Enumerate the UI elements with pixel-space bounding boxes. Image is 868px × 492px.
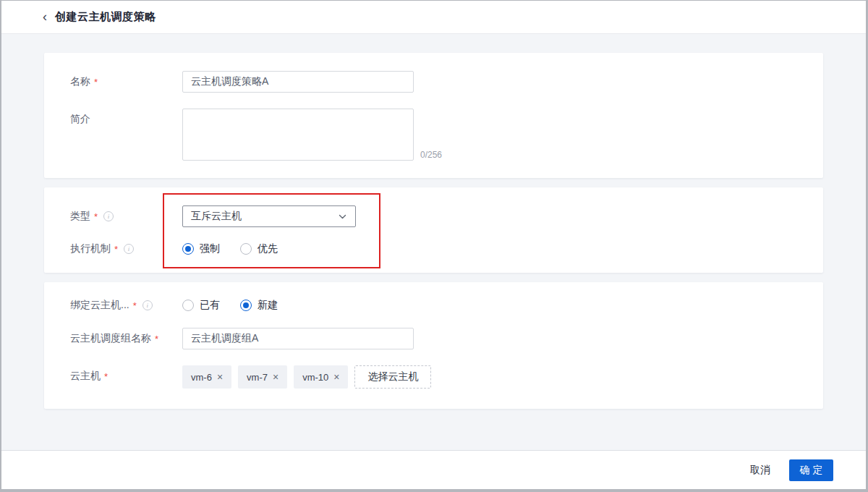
annotation-box [163,193,380,268]
name-field-row: 名称* [70,71,797,93]
group-name-field-row: 云主机调度组名称* [70,328,797,349]
bind-info-icon[interactable]: i [142,300,153,310]
remove-tag-icon[interactable]: × [273,372,278,382]
chevron-down-icon [338,212,347,221]
type-info-icon[interactable]: i [103,211,114,221]
radio-mechanism-priority[interactable]: 优先 [240,242,278,255]
remove-tag-icon[interactable]: × [333,372,339,382]
mechanism-label: 执行机制 [70,242,111,255]
host-tag: vm-10 × [294,365,348,389]
mechanism-field-row: 执行机制* i 强制 优先 [70,242,797,255]
bind-label-col: 绑定云主机...* i [70,298,182,312]
tag-label: vm-10 [302,372,328,383]
required-marker: * [104,371,108,382]
name-input[interactable] [182,71,414,93]
host-tag: vm-6 × [182,365,231,389]
name-label: 名称 [70,75,90,88]
radio-label: 新建 [258,299,278,312]
radio-unchecked-icon [182,300,194,311]
tag-label: vm-7 [247,372,268,383]
cancel-button[interactable]: 取消 [750,464,770,477]
type-select[interactable]: 互斥云主机 [182,205,356,227]
group-name-label: 云主机调度组名称 [70,332,151,345]
page-footer: 取消 确定 [1,450,866,489]
type-select-value: 互斥云主机 [191,210,242,223]
tag-label: vm-6 [191,372,212,383]
host-tags-row: vm-6 × vm-7 × vm-10 × 选择云主机 [182,365,431,389]
group-name-input[interactable] [182,328,414,349]
required-marker: * [133,300,137,311]
group-name-label-col: 云主机调度组名称* [70,328,182,345]
type-field-row: 类型* i 互斥云主机 [70,205,797,227]
radio-checked-icon [182,243,194,255]
required-marker: * [94,77,98,88]
radio-unchecked-icon [240,243,252,255]
radio-label: 已有 [200,299,220,312]
bind-radio-group: 已有 新建 [182,298,278,312]
description-label: 简介 [70,113,90,126]
back-icon[interactable]: ‹ [43,10,47,23]
radio-checked-icon [240,300,252,311]
type-label: 类型 [70,210,90,223]
host-label-col: 云主机* [70,365,182,383]
radio-label: 优先 [258,242,278,255]
required-marker: * [155,334,158,344]
bind-field-row: 绑定云主机...* i 已有 新建 [70,298,797,312]
page-title: 创建云主机调度策略 [55,10,156,24]
page-header: ‹ 创建云主机调度策略 [1,1,866,34]
description-label-col: 简介 [70,109,182,126]
mechanism-radio-group: 强制 优先 [182,242,278,255]
radio-bind-new[interactable]: 新建 [240,299,278,312]
required-marker: * [94,211,98,222]
form-content: 名称* 简介 0/256 类型* i 互斥云主机 [1,34,866,450]
policy-type-card: 类型* i 互斥云主机 执行机制* i 强制 优先 [44,187,823,273]
description-textarea[interactable] [182,109,414,161]
basic-info-card: 名称* 简介 0/256 [44,53,823,178]
mechanism-info-icon[interactable]: i [124,244,134,254]
description-wrap: 0/256 [182,109,442,161]
host-tag: vm-7 × [238,365,287,389]
host-label: 云主机 [70,370,101,383]
confirm-button[interactable]: 确定 [789,459,833,481]
radio-bind-existing[interactable]: 已有 [182,299,220,312]
name-label-col: 名称* [70,71,182,88]
type-label-col: 类型* i [70,205,182,223]
required-marker: * [114,244,118,255]
host-field-row: 云主机* vm-6 × vm-7 × vm-10 × 选择云主机 [70,365,797,389]
mechanism-label-col: 执行机制* i [70,242,182,255]
radio-label: 强制 [200,242,220,255]
remove-tag-icon[interactable]: × [217,372,223,382]
radio-mechanism-force[interactable]: 强制 [182,242,220,255]
select-host-button[interactable]: 选择云主机 [354,365,431,389]
bind-label: 绑定云主机... [70,299,129,312]
bind-group-card: 绑定云主机...* i 已有 新建 云主机调度组名称* 云 [44,282,823,409]
char-counter: 0/256 [420,150,442,160]
description-field-row: 简介 0/256 [70,109,797,161]
